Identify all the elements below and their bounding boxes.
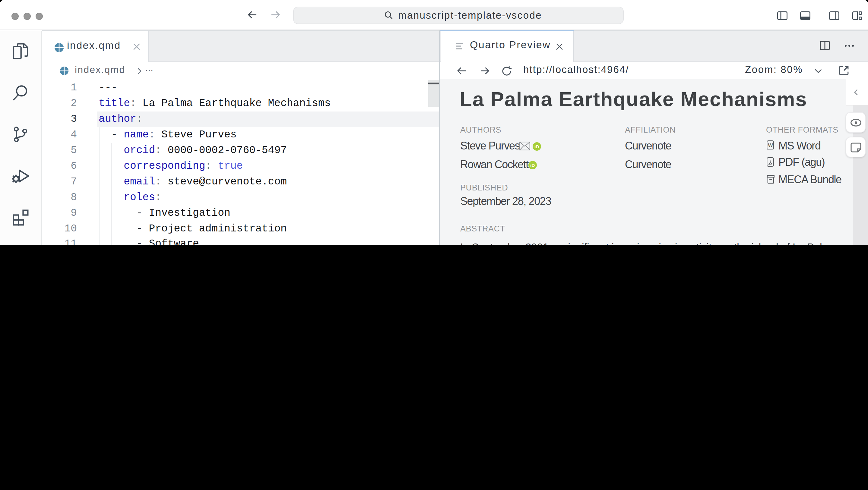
- svg-text:iD: iD: [530, 162, 534, 168]
- svg-text:W: W: [768, 142, 773, 148]
- svg-text:iD: iD: [534, 144, 539, 149]
